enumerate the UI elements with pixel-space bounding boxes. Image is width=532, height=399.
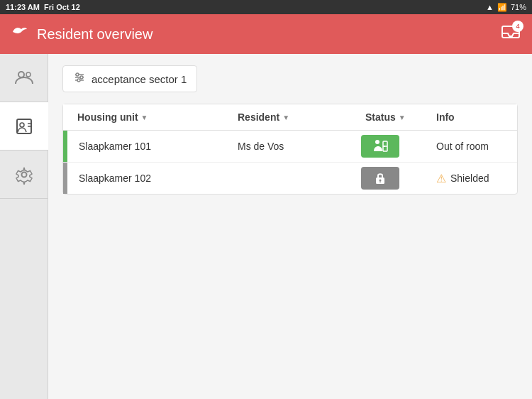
svg-point-12 — [80, 76, 83, 79]
cell-status-2 — [354, 167, 425, 190]
wifi-icon: 📶 — [497, 3, 507, 12]
info-text-1: Out of room — [436, 141, 489, 152]
svg-point-17 — [384, 146, 385, 147]
status-indicators: ▲ 📶 71% — [486, 3, 526, 12]
table-header: Housing unit ▼ Resident ▼ Status ▼ Info — [63, 104, 517, 131]
sidebar — [0, 54, 48, 399]
cell-info-1: Out of room — [425, 141, 517, 152]
svg-point-4 — [20, 123, 24, 127]
sidebar-item-settings[interactable] — [0, 151, 48, 199]
cell-info-2: ⚠ Shielded — [425, 172, 517, 185]
status-time-date: 11:23 AM Fri Oct 12 — [6, 3, 80, 11]
filter-icon — [73, 72, 86, 86]
notification-badge: 4 — [512, 21, 523, 32]
sector-selector[interactable]: acceptance sector 1 — [62, 65, 197, 92]
col-header-resident[interactable]: Resident ▼ — [226, 111, 354, 123]
cell-status-1 — [354, 135, 425, 158]
sidebar-item-resident-detail[interactable] — [0, 102, 48, 151]
chevron-down-icon: ▼ — [399, 114, 406, 121]
chevron-down-icon: ▼ — [282, 114, 289, 121]
signal-icon: ▲ — [486, 3, 494, 11]
warning-icon: ⚠ — [436, 172, 446, 185]
sidebar-item-residents[interactable] — [0, 54, 48, 102]
status-button-green[interactable] — [361, 135, 399, 158]
chevron-down-icon: ▼ — [141, 114, 148, 121]
table-row[interactable]: Slaapkamer 101 Ms de Vos — [63, 131, 517, 163]
sector-bar: acceptance sector 1 — [48, 54, 532, 104]
cell-housing-1: Slaapkamer 101 — [67, 141, 226, 152]
header-left: Resident overview — [11, 23, 153, 45]
status-bar: 11:23 AM Fri Oct 12 ▲ 📶 71% — [0, 0, 532, 14]
svg-point-11 — [76, 73, 79, 76]
info-text-2: Shielded — [450, 173, 489, 184]
svg-point-13 — [77, 79, 80, 82]
main-layout: acceptance sector 1 Housing unit ▼ Resid… — [0, 54, 532, 399]
svg-point-19 — [379, 180, 382, 182]
svg-point-2 — [26, 72, 31, 77]
svg-point-7 — [21, 172, 26, 177]
col-header-housing[interactable]: Housing unit ▼ — [63, 111, 226, 123]
header: Resident overview 4 — [0, 14, 532, 54]
table-row[interactable]: Slaapkamer 102 ⚠ Shield — [63, 163, 517, 194]
page-title: Resident overview — [37, 26, 153, 43]
bird-icon — [11, 23, 28, 45]
notification-button[interactable]: 4 — [501, 23, 521, 45]
resident-table: Housing unit ▼ Resident ▼ Status ▼ Info — [62, 104, 518, 195]
col-header-status[interactable]: Status ▼ — [354, 111, 425, 123]
status-button-gray[interactable] — [361, 167, 399, 190]
battery-text: 71% — [511, 3, 526, 11]
svg-point-14 — [375, 140, 379, 144]
content-area: acceptance sector 1 Housing unit ▼ Resid… — [48, 54, 532, 399]
col-header-info: Info — [425, 111, 517, 123]
cell-resident-1: Ms de Vos — [226, 141, 354, 152]
cell-housing-2: Slaapkamer 102 — [67, 173, 226, 184]
sector-label: acceptance sector 1 — [92, 73, 187, 85]
svg-point-1 — [18, 72, 24, 77]
